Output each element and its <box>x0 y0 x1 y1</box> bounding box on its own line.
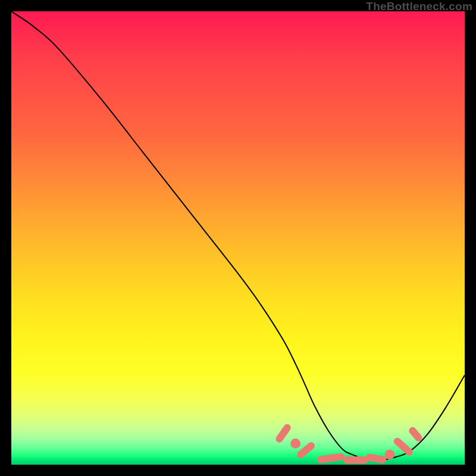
watermark-text: TheBottleneck.com <box>366 0 472 13</box>
chart-container: TheBottleneck.com <box>0 0 476 476</box>
chart-gradient-background <box>11 11 465 465</box>
